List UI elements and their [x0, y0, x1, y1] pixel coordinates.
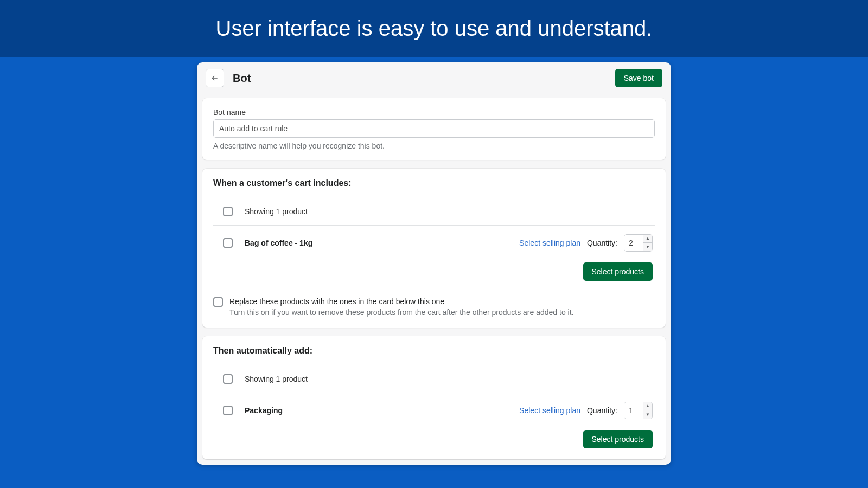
quantity-up-button[interactable]: ▲	[643, 235, 652, 243]
actions-title: Then automatically add:	[213, 346, 655, 356]
conditions-summary-row: Showing 1 product	[213, 198, 655, 225]
quantity-down-button[interactable]: ▼	[643, 243, 652, 251]
select-products-button[interactable]: Select products	[583, 262, 653, 281]
actions-summary: Showing 1 product	[245, 375, 308, 383]
action-product-checkbox[interactable]	[223, 406, 233, 415]
replace-label: Replace these products with the ones in …	[229, 297, 573, 306]
promo-banner: User interface is easy to use and unders…	[0, 0, 868, 57]
back-button[interactable]	[206, 69, 224, 87]
action-select-selling-plan-link[interactable]: Select selling plan	[519, 406, 580, 415]
conditions-title: When a customer's cart includes:	[213, 178, 655, 188]
bot-name-label: Bot name	[213, 108, 655, 117]
action-quantity-up-button[interactable]: ▲	[643, 402, 652, 410]
action-quantity-label: Quantity:	[587, 406, 617, 415]
action-quantity-input[interactable]	[624, 402, 643, 419]
bot-name-help: A descriptive name will help you recogni…	[213, 142, 655, 150]
conditions-summary: Showing 1 product	[245, 207, 308, 216]
quantity-stepper: ▲ ▼	[624, 234, 653, 252]
select-all-actions-checkbox[interactable]	[223, 374, 233, 384]
action-quantity-stepper: ▲ ▼	[624, 402, 653, 419]
replace-checkbox[interactable]	[213, 297, 223, 307]
action-quantity-down-button[interactable]: ▼	[643, 410, 652, 419]
arrow-left-icon	[210, 74, 219, 82]
select-selling-plan-link[interactable]: Select selling plan	[519, 239, 580, 247]
banner-text: User interface is easy to use and unders…	[216, 16, 653, 41]
quantity-input[interactable]	[624, 235, 643, 251]
panel-header: Bot Save bot	[197, 62, 671, 94]
product-checkbox[interactable]	[223, 238, 233, 248]
product-name: Bag of coffee - 1kg	[245, 239, 312, 247]
bot-name-card: Bot name A descriptive name will help yo…	[202, 98, 666, 160]
action-select-products-button[interactable]: Select products	[583, 430, 653, 448]
replace-option: Replace these products with the ones in …	[202, 292, 666, 328]
actions-summary-row: Showing 1 product	[213, 365, 655, 393]
settings-panel: Bot Save bot Bot name A descriptive name…	[197, 62, 671, 465]
select-all-checkbox[interactable]	[223, 207, 233, 216]
action-product-row: Packaging Select selling plan Quantity: …	[213, 393, 655, 428]
save-bot-button[interactable]: Save bot	[615, 69, 662, 87]
condition-product-row: Bag of coffee - 1kg Select selling plan …	[213, 225, 655, 260]
actions-card: Then automatically add: Showing 1 produc…	[202, 336, 666, 459]
quantity-label: Quantity:	[587, 239, 617, 247]
action-product-name: Packaging	[245, 406, 283, 415]
conditions-card: When a customer's cart includes: Showing…	[202, 169, 666, 328]
replace-help: Turn this on if you want to remove these…	[229, 308, 573, 317]
bot-name-input[interactable]	[213, 119, 655, 138]
page-title: Bot	[233, 72, 251, 85]
